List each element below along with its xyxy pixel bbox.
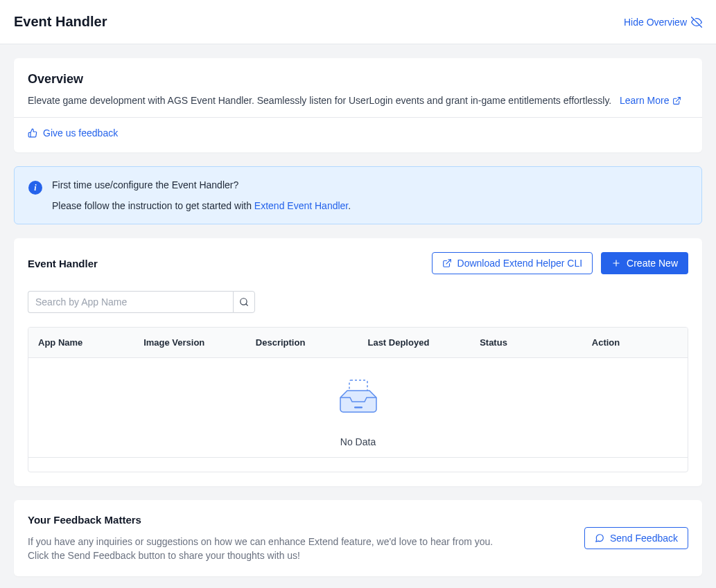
hide-overview-label: Hide Overview [624,17,687,28]
overview-description-row: Elevate game development with AGS Event … [28,95,688,106]
feedback-title: Your Feedback Matters [28,514,584,526]
search-wrap [28,291,688,313]
empty-drawer-icon [338,379,378,413]
empty-text: No Data [28,436,688,447]
give-feedback-label: Give us feedback [43,127,118,139]
search-input[interactable] [28,291,233,313]
feedback-card: Your Feedback Matters If you have any in… [14,500,702,576]
overview-title: Overview [28,72,688,87]
apps-table: App Name Image Version Description Last … [28,327,688,472]
hide-overview-link[interactable]: Hide Overview [624,17,702,28]
table-header-row: App Name Image Version Description Last … [28,328,688,358]
page-header: Event Handler Hide Overview [0,0,716,44]
section-actions: Download Extend Helper CLI Create New [432,252,688,274]
divider [28,457,688,458]
plus-icon [611,258,621,268]
feedback-desc: If you have any inquiries or suggestions… [28,535,584,562]
svg-line-2 [446,260,450,264]
section-header: Event Handler Download Extend Helper CLI [28,252,688,274]
col-description: Description [246,328,358,357]
overview-description: Elevate game development with AGS Event … [28,95,611,106]
feedback-line2: Click the Send Feedback button to share … [28,549,584,563]
empty-state: No Data [28,358,688,472]
content-area: Overview Elevate game development with A… [0,44,716,588]
extend-event-handler-link[interactable]: Extend Event Handler [254,200,348,211]
info-period: . [348,200,351,211]
col-status: Status [470,328,582,357]
feedback-left: Your Feedback Matters If you have any in… [28,514,584,562]
external-link-icon [672,96,681,105]
info-subtext: Please follow the instruction to get sta… [52,200,688,211]
svg-line-6 [246,304,248,306]
message-icon [595,533,604,543]
download-cli-label: Download Extend Helper CLI [457,258,583,269]
external-link-icon [442,258,452,268]
event-handler-section: Event Handler Download Extend Helper CLI [14,238,702,486]
info-icon: i [28,181,42,195]
info-lead-text: Please follow the instruction to get sta… [52,200,254,211]
eye-off-icon [691,17,702,28]
thumbs-up-icon [28,128,37,138]
col-last-deployed: Last Deployed [358,328,470,357]
learn-more-label: Learn More [620,95,670,106]
download-cli-button[interactable]: Download Extend Helper CLI [432,252,593,274]
create-new-button[interactable]: Create New [601,252,688,274]
info-heading: First time use/configure the Event Handl… [52,179,688,190]
search-button[interactable] [233,291,255,313]
col-image-version: Image Version [134,328,246,357]
section-title: Event Handler [28,258,98,269]
col-app-name: App Name [28,328,134,357]
send-feedback-label: Send Feedback [610,533,678,544]
info-body: First time use/configure the Event Handl… [52,179,688,211]
learn-more-link[interactable]: Learn More [620,95,681,106]
send-feedback-button[interactable]: Send Feedback [584,527,688,549]
create-new-label: Create New [627,258,678,269]
svg-line-1 [676,97,680,101]
overview-card: Overview Elevate game development with A… [14,58,702,152]
overview-feedback-row: Give us feedback [28,118,688,152]
info-banner: i First time use/configure the Event Han… [14,166,702,224]
page-title: Event Handler [14,14,107,30]
svg-rect-8 [354,407,363,409]
feedback-line1: If you have any inquiries or suggestions… [28,535,584,549]
give-feedback-link[interactable]: Give us feedback [28,127,118,139]
col-action: Action [582,328,688,357]
search-icon [239,297,249,307]
